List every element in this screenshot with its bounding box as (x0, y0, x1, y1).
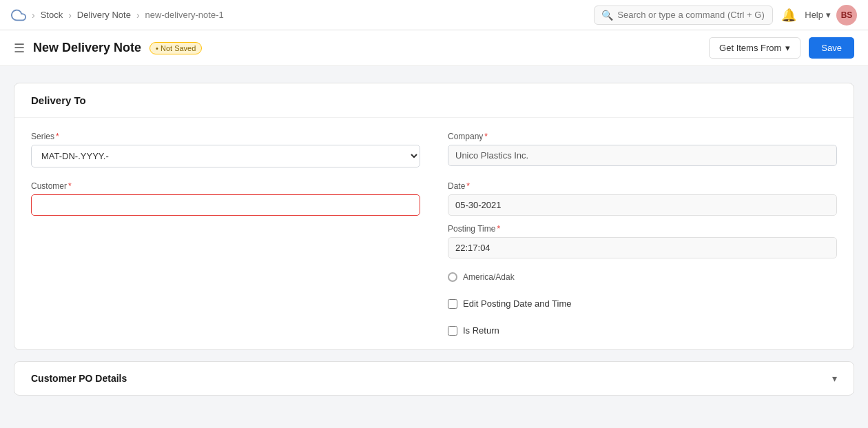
breadcrumb-delivery-note[interactable]: Delivery Note (77, 10, 131, 20)
avatar[interactable]: BS (836, 5, 857, 26)
company-input[interactable] (448, 145, 837, 166)
get-items-label: Get Items From (719, 43, 781, 53)
timezone-label: America/Adak (463, 272, 515, 282)
posting-time-group: Posting Time* 22:17:04 (448, 224, 837, 258)
form-grid: Series* MAT-DN-.YYYY.- Company* (31, 132, 837, 336)
delivery-to-body: Series* MAT-DN-.YYYY.- Company* (14, 118, 854, 349)
posting-time-label: Posting Time* (448, 224, 837, 234)
notification-bell-icon[interactable]: 🔔 (778, 5, 799, 26)
company-group: Company* (448, 132, 837, 167)
help-menu[interactable]: Help ▾ (805, 10, 831, 20)
company-label: Company* (448, 132, 837, 141)
is-return-row: Is Return (448, 325, 837, 336)
date-group: Date* 05-30-2021 (448, 181, 837, 216)
date-value[interactable]: 05-30-2021 (448, 194, 837, 216)
is-return-label: Is Return (463, 325, 499, 336)
timezone-radio[interactable] (448, 272, 457, 282)
page-header: ☰ New Delivery Note • Not Saved Get Item… (0, 30, 868, 66)
get-items-button[interactable]: Get Items From ▾ (709, 37, 800, 59)
search-input[interactable] (617, 10, 765, 20)
edit-posting-row: Edit Posting Date and Time (448, 298, 837, 309)
app-logo[interactable] (11, 8, 26, 23)
edit-posting-label: Edit Posting Date and Time (463, 298, 572, 309)
customer-po-title: Customer PO Details (31, 373, 127, 384)
sidebar-toggle-icon[interactable]: ☰ (14, 41, 25, 56)
breadcrumb-sep-1: › (32, 10, 35, 21)
breadcrumb-stock[interactable]: Stock (41, 10, 63, 20)
status-badge: • Not Saved (149, 42, 202, 54)
customer-po-card: Customer PO Details ▾ (14, 361, 854, 396)
customer-required: * (68, 181, 72, 191)
get-items-chevron-icon: ▾ (785, 43, 790, 53)
date-required: * (466, 181, 470, 191)
breadcrumb-sep-2: › (68, 10, 72, 21)
posting-time-required: * (497, 224, 500, 234)
search-bar[interactable]: 🔍 (594, 6, 773, 25)
page-title: New Delivery Note (33, 41, 141, 55)
customer-po-header[interactable]: Customer PO Details ▾ (14, 362, 854, 395)
customer-po-chevron-icon: ▾ (832, 373, 837, 384)
right-column: Date* 05-30-2021 Posting Time* 22:17:04 … (448, 181, 837, 336)
search-icon: 🔍 (601, 10, 613, 21)
edit-posting-checkbox[interactable] (448, 299, 457, 309)
posting-time-value[interactable]: 22:17:04 (448, 237, 837, 258)
delivery-to-title: Delivery To (31, 94, 837, 106)
save-button[interactable]: Save (809, 37, 854, 59)
breadcrumb-sep-3: › (136, 10, 140, 21)
delivery-to-header: Delivery To (14, 83, 854, 118)
series-select[interactable]: MAT-DN-.YYYY.- (31, 145, 420, 167)
series-label: Series* (31, 132, 420, 141)
series-required: * (56, 132, 59, 141)
top-nav: › Stock › Delivery Note › new-delivery-n… (0, 0, 868, 30)
timezone-row: America/Adak (448, 272, 837, 282)
help-chevron-icon: ▾ (826, 10, 831, 20)
delivery-to-card: Delivery To Series* MAT-DN-.YYYY.- Compa… (14, 83, 854, 350)
breadcrumb-current: new-delivery-note-1 (145, 10, 224, 20)
company-required: * (484, 132, 488, 141)
help-label: Help (805, 10, 823, 20)
customer-group: Customer* (31, 181, 420, 336)
customer-input[interactable] (31, 194, 420, 216)
date-label: Date* (448, 181, 837, 191)
is-return-checkbox[interactable] (448, 326, 457, 336)
series-group: Series* MAT-DN-.YYYY.- (31, 132, 420, 167)
main-content: Delivery To Series* MAT-DN-.YYYY.- Compa… (0, 66, 868, 423)
customer-label: Customer* (31, 181, 420, 191)
